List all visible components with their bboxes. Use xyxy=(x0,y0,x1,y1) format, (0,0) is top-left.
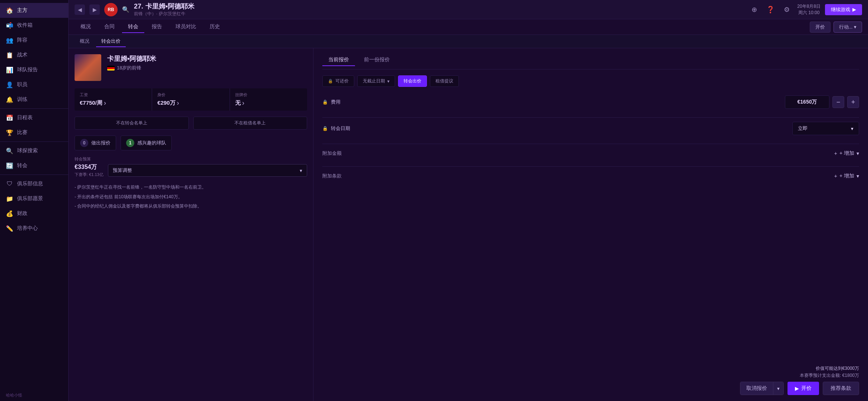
note-line-1: - 萨尔茨堡红牛正在寻找一名前锋，一名防守型中场和一名右前卫。 xyxy=(75,183,307,192)
sidebar-item-matches[interactable]: 🏆 比赛 xyxy=(0,125,68,140)
matches-icon: 🏆 xyxy=(6,129,13,136)
interested-count: 1 xyxy=(126,139,134,147)
continue-play-icon: ▶ xyxy=(852,7,856,12)
sidebar: 🏠 主方 📬 收件箱 👥 阵容 📋 战术 📊 球队报告 👤 职员 🔔 训练 📅 … xyxy=(0,0,69,401)
fee-controls: €1650万 − + xyxy=(367,95,859,109)
add-terms-button[interactable]: + + 增加 ▾ xyxy=(834,173,859,179)
sidebar-item-club-vision[interactable]: 📁 俱乐部愿景 xyxy=(0,191,68,206)
tactics-icon: 📋 xyxy=(6,51,13,59)
scout-icon: 🔍 xyxy=(6,147,13,154)
sidebar-item-home[interactable]: 🏠 主方 xyxy=(0,3,68,18)
player-avatar-image xyxy=(75,54,101,81)
cancel-dropdown-button[interactable]: ▾ xyxy=(773,382,783,395)
date-label: 🔒 转会日期 xyxy=(322,125,367,132)
salary-stat: 工资 €7750/周 › xyxy=(75,88,152,111)
offer-tabs: 当前报价 前一份报价 xyxy=(322,54,859,69)
budget-adjust: €3354万 下赛季: €1.13亿 预算调整 ▾ xyxy=(75,163,307,177)
add-amount-button[interactable]: + + 增加 ▾ xyxy=(834,150,859,157)
badge-arrow-icon: › xyxy=(242,99,244,107)
sidebar-item-transfers[interactable]: 🔄 转会 xyxy=(0,158,68,173)
back-button[interactable]: ◀ xyxy=(75,4,85,15)
sidebar-item-schedule[interactable]: 📅 日程表 xyxy=(0,110,68,125)
type-tab-negotiable[interactable]: 🔒 可还价 xyxy=(322,75,354,87)
transfers-icon: 🔄 xyxy=(6,162,13,169)
date-controls: 立即 ▾ xyxy=(367,122,859,135)
type-tab-loan[interactable]: 租借提议 xyxy=(430,75,459,87)
open-price-button[interactable]: 开价 xyxy=(810,22,831,33)
staff-icon: 👤 xyxy=(6,81,13,88)
forward-button[interactable]: ▶ xyxy=(89,4,100,15)
cancel-button[interactable]: 取消报价 xyxy=(740,382,773,395)
stats-row: 工资 €7750/周 › 身价 €290万 › 挂牌价 无 › xyxy=(75,88,307,111)
sub-tab-transfer-bid[interactable]: 转会出价 xyxy=(96,36,126,47)
loan-list-badge: 不在租借名单上 xyxy=(193,117,308,130)
sidebar-item-scout[interactable]: 🔍 球探搜索 xyxy=(0,143,68,158)
sidebar-item-inbox[interactable]: 📬 收件箱 xyxy=(0,18,68,33)
value-info: 价值可能达到€3000万 本赛季预计支出金额: €1800万 xyxy=(322,365,859,379)
open-price-submit-button[interactable]: ▶ 开价 xyxy=(788,382,819,395)
tab-report[interactable]: 报告 xyxy=(146,21,168,33)
interested-box[interactable]: 1 感兴趣的球队 xyxy=(121,136,172,150)
squad-icon: 👥 xyxy=(6,36,13,44)
type-tab-no-deadline[interactable]: 无截止日期 ▾ xyxy=(357,75,395,87)
help-icon-1[interactable]: ⊕ xyxy=(748,4,760,16)
sidebar-item-tactics[interactable]: 📋 战术 xyxy=(0,48,68,62)
help-icon-2[interactable]: ❓ xyxy=(765,4,776,16)
sidebar-item-squad[interactable]: 👥 阵容 xyxy=(0,33,68,48)
offer-tab-current[interactable]: 当前报价 xyxy=(322,54,355,66)
player-details: 卡里姆•阿德耶米 18岁的前锋 xyxy=(107,54,307,71)
recommend-terms-button[interactable]: 推荐条款 xyxy=(823,382,859,395)
search-icon[interactable]: 🔍 xyxy=(122,6,129,13)
player-sub-header: 前锋（中）· 萨尔茨堡红牛 xyxy=(134,11,194,17)
add-amount-icon: + xyxy=(834,150,837,156)
sidebar-item-club-info[interactable]: 🛡 俱乐部信息 xyxy=(0,176,68,191)
list-badges: 不在转会名单上 不在租借名单上 xyxy=(75,117,307,130)
development-icon: ✏️ xyxy=(6,225,13,232)
tab-transfers[interactable]: 转会 xyxy=(122,21,144,33)
make-offer-label: 做出报价 xyxy=(91,140,111,146)
budget-dropdown[interactable]: 预算调整 ▾ xyxy=(108,164,307,177)
tab-history[interactable]: 历史 xyxy=(204,21,226,33)
club-vision-icon: 📁 xyxy=(6,195,13,202)
sidebar-item-development[interactable]: ✏️ 培养中心 xyxy=(0,221,68,236)
separator-1 xyxy=(322,117,859,118)
action-button[interactable]: 行动... ▾ xyxy=(834,22,862,33)
date-select-dropdown[interactable]: 立即 ▾ xyxy=(792,122,859,135)
interested-label: 感兴趣的球队 xyxy=(137,140,166,146)
sidebar-divider xyxy=(0,108,68,109)
fee-increase-button[interactable]: + xyxy=(847,96,859,108)
tab-compare[interactable]: 球员对比 xyxy=(170,21,202,33)
make-offer-box[interactable]: 0 做出报价 xyxy=(75,136,116,150)
lock-icon-1: 🔒 xyxy=(328,79,333,84)
notes-section: - 萨尔茨堡红牛正在寻找一名前锋，一名防守型中场和一名右前卫。 - 开出的条件还… xyxy=(75,183,307,211)
continue-button[interactable]: 继续游戏 ▶ xyxy=(825,4,862,15)
settings-icon[interactable]: ⚙ xyxy=(781,4,793,16)
fee-decrease-button[interactable]: − xyxy=(832,96,844,108)
sidebar-item-training[interactable]: 🔔 训练 xyxy=(0,92,68,107)
home-icon: 🏠 xyxy=(6,7,13,14)
lock-icon-fee: 🔒 xyxy=(322,100,328,105)
bottom-actions: 取消报价 ▾ ▶ 开价 推荐条款 xyxy=(322,382,859,395)
budget-values: €3354万 下赛季: €1.13亿 xyxy=(75,163,103,177)
sub-tab-overview[interactable]: 概况 xyxy=(75,36,95,47)
tab-contract[interactable]: 合同 xyxy=(98,21,121,33)
sidebar-item-team-report[interactable]: 📊 球队报告 xyxy=(0,62,68,77)
tab-overview[interactable]: 概况 xyxy=(75,21,97,33)
flag-germany xyxy=(107,66,115,71)
player-nationality: 18岁的前锋 xyxy=(107,65,307,71)
sidebar-item-staff[interactable]: 👤 职员 xyxy=(0,77,68,92)
player-name: 卡里姆•阿德耶米 xyxy=(107,54,307,63)
sidebar-bottom-text: 哈哈小怪 xyxy=(6,393,22,397)
separator-3 xyxy=(322,166,859,167)
team-report-icon: 📊 xyxy=(6,66,13,74)
club-logo: RB xyxy=(104,3,118,16)
topbar: ◀ ▶ RB 🔍 27. 卡里姆•阿德耶米 前锋（中）· 萨尔茨堡红牛 ⊕ ❓ … xyxy=(69,0,868,19)
schedule-icon: 📅 xyxy=(6,114,13,121)
sidebar-item-finance[interactable]: 💰 财政 xyxy=(0,206,68,221)
offer-tab-previous[interactable]: 前一份报价 xyxy=(358,54,396,66)
add-amount-chevron: ▾ xyxy=(857,150,859,156)
add-amount-row: 附加金额 + + 增加 ▾ xyxy=(322,147,859,160)
type-tab-transfer-bid[interactable]: 转会出价 xyxy=(398,75,427,87)
main-content: 卡里姆•阿德耶米 18岁的前锋 工资 €7750/周 › 身价 €290万 xyxy=(69,48,868,401)
budget-section: 转会预算 €3354万 下赛季: €1.13亿 预算调整 ▾ xyxy=(75,156,307,177)
